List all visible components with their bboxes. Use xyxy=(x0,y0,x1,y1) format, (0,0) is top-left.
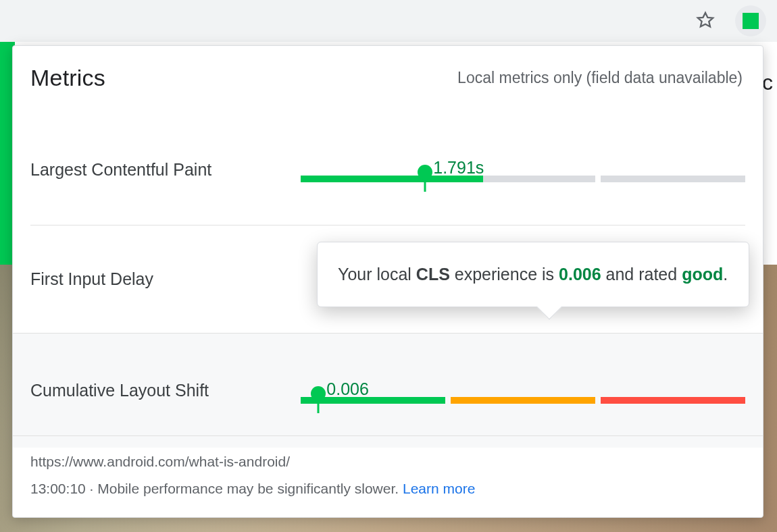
metric-pin-icon xyxy=(418,165,432,180)
metric-gauge-lcp: 1.791s xyxy=(301,146,745,193)
page-partial-letter: c xyxy=(762,70,773,95)
extension-badge-button[interactable] xyxy=(735,5,766,36)
web-vitals-panel: Metrics Local metrics only (field data u… xyxy=(12,45,763,518)
metric-value: 0.006 xyxy=(326,379,369,399)
metric-row-lcp: Largest Contentful Paint 1.791s xyxy=(30,97,745,225)
footer-time: 13:00:10 xyxy=(30,481,86,496)
panel-subtitle: Local metrics only (field data unavailab… xyxy=(457,69,743,87)
tooltip-rating: good xyxy=(682,265,723,284)
metric-gauge-cls: 0.006 xyxy=(301,367,745,415)
footer-warning: Mobile performance may be significantly … xyxy=(97,481,403,496)
omnibox[interactable] xyxy=(0,4,728,36)
tooltip-value: 0.006 xyxy=(559,265,601,284)
tooltip-metric-abbrev: CLS xyxy=(416,265,450,284)
footer-url: https://www.android.com/what-is-android/ xyxy=(30,448,745,475)
metric-label: Cumulative Layout Shift xyxy=(30,381,301,400)
metric-label: First Input Delay xyxy=(30,269,301,289)
metric-tooltip: Your local CLS experience is 0.006 and r… xyxy=(317,242,749,307)
panel-footer: https://www.android.com/what-is-android/… xyxy=(13,435,763,517)
metric-label: Largest Contentful Paint xyxy=(30,160,301,180)
learn-more-link[interactable]: Learn more xyxy=(403,481,475,496)
metric-pin-icon xyxy=(311,386,326,401)
bookmark-star-icon[interactable] xyxy=(696,11,715,32)
metric-row-cls[interactable]: Cumulative Layout Shift 0.006 xyxy=(13,333,763,448)
panel-title: Metrics xyxy=(30,65,105,91)
extension-status-icon xyxy=(743,13,759,29)
metric-value: 1.791s xyxy=(433,158,484,178)
